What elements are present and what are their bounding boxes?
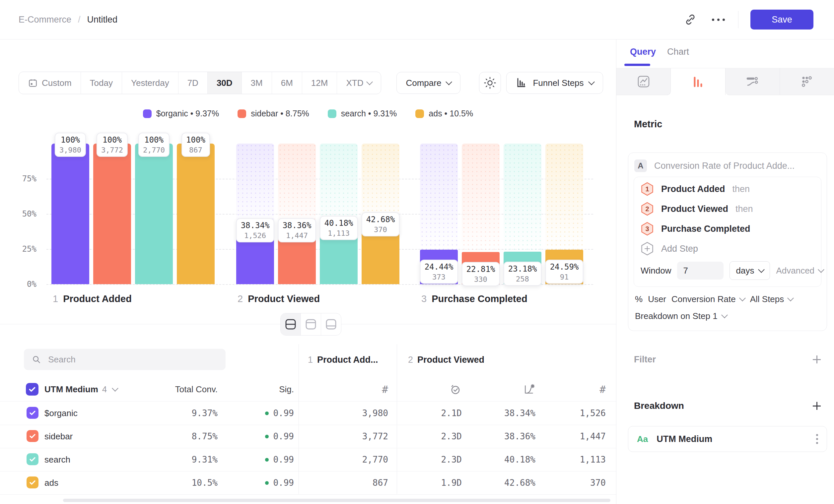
legend-item-search[interactable]: search • 9.31%: [328, 109, 397, 118]
table-row-sidebar[interactable]: sidebar8.75%3,7722.3D38.36%1,4470.99: [0, 425, 616, 448]
breadcrumb-title[interactable]: Untitled: [87, 15, 118, 25]
sig-header[interactable]: Sig.: [279, 377, 294, 401]
step1-column-header[interactable]: 1 Product Add...: [308, 349, 378, 370]
count-column-icon[interactable]: #: [599, 377, 606, 401]
significance-dot: [265, 435, 269, 438]
metric-step-2[interactable]: 2Product Viewedthen: [634, 199, 821, 219]
legend-item-organic[interactable]: $organic • 9.37%: [143, 109, 219, 118]
add-breakdown-button[interactable]: [812, 401, 822, 411]
window-unit-select[interactable]: days: [729, 261, 770, 280]
horizontal-scrollbar[interactable]: [63, 499, 610, 502]
range-custom[interactable]: Custom: [19, 72, 81, 94]
layout-table-only-button[interactable]: [321, 313, 341, 335]
avg-time-column-icon[interactable]: [449, 377, 462, 401]
legend-item-ads[interactable]: ads • 10.5%: [415, 109, 473, 118]
cell-total_conv: 8.75%: [192, 425, 218, 448]
breakdown-on-label: Breakdown on Step 1: [635, 311, 718, 321]
measure-steps-label: All Steps: [750, 294, 784, 304]
measure-steps-select[interactable]: All Steps: [750, 294, 793, 304]
cell-avg_time: 1.9D: [441, 471, 462, 495]
table-body: $organic9.37%3,9802.1D38.34%1,5260.99sid…: [0, 401, 616, 495]
layout-split-button[interactable]: [281, 313, 301, 335]
more-options-button[interactable]: [710, 12, 726, 27]
count-column-icon[interactable]: #: [382, 377, 388, 401]
cell-conv_pct: 38.34%: [504, 402, 535, 425]
metric-step-name: Product Viewed: [661, 204, 728, 214]
insights-chart-tab[interactable]: [616, 68, 671, 95]
step-number: 2: [408, 349, 413, 370]
then-label: then: [736, 204, 753, 214]
row-checkbox[interactable]: [26, 407, 39, 419]
layout-chart-only-button[interactable]: [301, 313, 321, 335]
total-conv-header[interactable]: Total Conv.: [175, 377, 218, 401]
measure-entity[interactable]: User: [648, 294, 666, 304]
funnel-chart-tab[interactable]: [671, 68, 725, 95]
metric-step-1[interactable]: 1Product Addedthen: [634, 179, 821, 199]
metric-steps: 1Product Addedthen2Product Viewedthen3Pu…: [634, 179, 821, 239]
compare-button[interactable]: Compare: [396, 72, 460, 94]
tab-chart[interactable]: Chart: [667, 45, 689, 59]
select-all-checkbox[interactable]: [26, 383, 39, 395]
range-3m[interactable]: 3M: [242, 72, 272, 94]
conv-rate-column-icon[interactable]: [523, 377, 535, 401]
add-step-button[interactable]: Add Step: [634, 239, 821, 259]
range-today[interactable]: Today: [81, 72, 122, 94]
range-xtd[interactable]: XTD: [337, 72, 381, 94]
funnel-bar-step1-ads[interactable]: [177, 143, 215, 284]
row-checkbox[interactable]: [26, 430, 39, 442]
table-row-ads[interactable]: ads10.5%8671.9D42.68%3700.99: [0, 471, 616, 495]
legend-color-chip: [415, 109, 424, 118]
save-button[interactable]: Save: [750, 9, 813, 29]
measure-metric-select[interactable]: Conversion Rate: [672, 294, 745, 304]
cell-sig: 0.99: [265, 448, 294, 471]
measure-metric-label: Conversion Rate: [672, 294, 736, 304]
chart-settings-button[interactable]: [479, 72, 501, 94]
ellipsis-icon: [712, 19, 725, 21]
ghost-bar: [320, 143, 358, 228]
legend-item-sidebar[interactable]: sidebar • 8.75%: [238, 109, 309, 118]
range-yesterday[interactable]: Yesterday: [122, 72, 178, 94]
step-hexagon-badge: 2: [641, 202, 654, 216]
breadcrumb-project[interactable]: E-Commerce: [19, 15, 71, 25]
table-row-search[interactable]: search9.31%2,7702.3D40.18%1,1130.99: [0, 448, 616, 472]
table-row-organic[interactable]: $organic9.37%3,9802.1D38.34%1,5260.99: [0, 402, 616, 425]
bar-value-label: 100%2,770: [138, 133, 170, 157]
kebab-menu-icon[interactable]: [816, 434, 818, 444]
flows-chart-tab[interactable]: [726, 68, 780, 95]
funnel-bar-step1-organic[interactable]: [51, 143, 89, 284]
advanced-label: Advanced: [776, 266, 814, 276]
metric-step-3[interactable]: 3Purchase Completed: [634, 219, 821, 239]
range-6m[interactable]: 6M: [272, 72, 302, 94]
add-filter-button[interactable]: [812, 354, 822, 364]
significance-dot: [265, 481, 269, 485]
range-12m[interactable]: 12M: [302, 72, 337, 94]
window-value-input[interactable]: [677, 261, 724, 279]
chart-type-button[interactable]: Funnel Steps: [506, 72, 603, 94]
advanced-toggle[interactable]: Advanced: [776, 266, 824, 276]
check-icon: [28, 432, 37, 440]
breakdown-column-header[interactable]: UTM Medium 4: [44, 377, 117, 401]
bar-value-label: 100%3,772: [96, 133, 128, 157]
tab-query[interactable]: Query: [630, 45, 656, 59]
compare-label: Compare: [406, 78, 441, 88]
metric-title-row[interactable]: A Conversion Rate of Product Adde...: [628, 153, 827, 177]
funnel-bar-step1-search[interactable]: [135, 143, 173, 284]
range-label: Custom: [42, 78, 72, 88]
share-link-button[interactable]: [682, 12, 698, 27]
cell-avg_time: 2.1D: [441, 402, 462, 425]
breakdown-item-utm-medium[interactable]: AaUTM Medium: [628, 426, 827, 452]
cell-count2: 370: [590, 471, 606, 495]
row-checkbox[interactable]: [26, 477, 39, 488]
breakdown-on-step-select[interactable]: Breakdown on Step 1: [628, 304, 827, 321]
chevron-down-icon: [721, 312, 728, 318]
retention-chart-tab[interactable]: [780, 68, 834, 95]
metric-step-name: Purchase Completed: [661, 224, 750, 234]
funnel-bar-step1-sidebar[interactable]: [93, 143, 131, 284]
significance-dot: [265, 412, 269, 415]
row-checkbox[interactable]: [26, 453, 39, 465]
cell-count2: 1,447: [580, 425, 606, 448]
range-7d[interactable]: 7D: [178, 72, 208, 94]
range-30d[interactable]: 30D: [208, 72, 242, 94]
step2-column-header[interactable]: 2 Product Viewed: [408, 349, 484, 370]
sig-value: 0.99: [273, 431, 294, 441]
